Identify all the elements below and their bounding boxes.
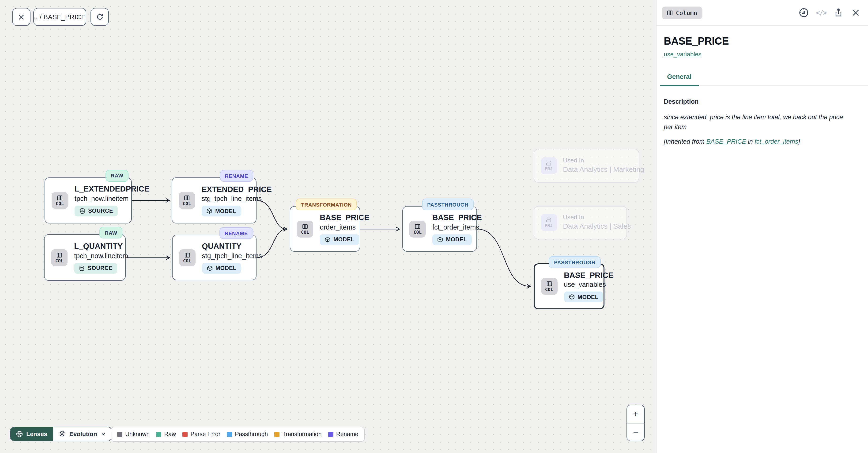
- used-in-node-sales[interactable]: PRJ Used In Data Analytics | Sales: [533, 206, 627, 239]
- lenses-button[interactable]: Lenses: [10, 427, 53, 441]
- legend-item: Unknown: [117, 431, 150, 437]
- close-icon: [851, 8, 860, 17]
- columns-icon: [184, 252, 190, 258]
- evolution-badge: PASSTHROUGH: [422, 199, 474, 210]
- lineage-node-base-price-use-variables-selected[interactable]: PASSTHROUGH COL BASE_PRICE use_variables…: [533, 263, 604, 309]
- used-in-label: Used In: [563, 214, 584, 222]
- zoom-controls: + −: [626, 405, 645, 441]
- project-icon: [546, 217, 552, 223]
- cube-icon: [324, 236, 331, 243]
- zoom-in-button[interactable]: +: [627, 405, 644, 423]
- database-icon: [79, 265, 85, 271]
- evolution-badge: TRANSFORMATION: [296, 199, 357, 210]
- lineage-node-extended-price[interactable]: RENAME COL EXTENDED_PRICE stg_tpch_line_…: [172, 177, 256, 223]
- legend-item: Rename: [328, 431, 359, 437]
- columns-icon: [546, 281, 552, 287]
- lineage-node-base-price-fct-order-items[interactable]: PASSTHROUGH COL BASE_PRICE fct_order_ite…: [402, 206, 477, 252]
- source-pill: SOURCE: [74, 263, 117, 274]
- legend-swatch: [274, 432, 279, 437]
- model-name: order_items: [320, 223, 356, 232]
- project-type-icon: PRJ: [540, 157, 557, 174]
- used-in-project: Data Analytics | Marketing: [563, 165, 644, 174]
- layers-icon: [59, 430, 66, 437]
- used-in-project: Data Analytics | Sales: [563, 222, 631, 231]
- description-text: since extended_price is the line item to…: [664, 113, 851, 132]
- database-icon: [79, 208, 85, 214]
- refresh-button[interactable]: [91, 8, 109, 26]
- project-type-icon: PRJ: [540, 214, 557, 231]
- close-panel-button[interactable]: [850, 7, 862, 18]
- columns-icon: [302, 223, 308, 230]
- legend-swatch: [156, 432, 161, 437]
- description-heading: Description: [664, 98, 861, 105]
- legend-item: Raw: [156, 431, 176, 437]
- lineage-node-l-extendedprice[interactable]: RAW COL L_EXTENDEDPRICE tpch_now.lineite…: [44, 177, 132, 223]
- legend-swatch: [182, 432, 188, 437]
- model-name: stg_tpch_line_items: [202, 252, 262, 260]
- column-name: BASE_PRICE: [320, 213, 369, 223]
- zoom-out-button[interactable]: −: [627, 423, 644, 441]
- used-in-label: Used In: [563, 157, 584, 165]
- model-name: fct_order_items: [432, 223, 479, 232]
- evolution-legend: Unknown Raw Parse Error Passthrough Tran…: [111, 427, 365, 442]
- used-in-node-marketing[interactable]: PRJ Used In Data Analytics | Marketing: [533, 148, 639, 182]
- source-pill: SOURCE: [74, 205, 118, 216]
- lineage-node-l-quantity[interactable]: RAW COL L_QUANTITY tpch_now.lineitem SOU…: [44, 234, 126, 281]
- close-icon: [18, 13, 25, 21]
- column-name: L_EXTENDEDPRICE: [74, 184, 149, 194]
- cube-icon: [437, 236, 443, 243]
- cube-icon: [206, 208, 212, 214]
- column-name: L_QUANTITY: [74, 242, 123, 251]
- column-type-icon: COL: [179, 192, 195, 209]
- model-pill: MODEL: [202, 263, 241, 274]
- model-pill: MODEL: [320, 234, 359, 245]
- view-code-button[interactable]: </>: [815, 7, 827, 18]
- lineage-node-quantity[interactable]: RENAME COL QUANTITY stg_tpch_line_items …: [172, 235, 256, 280]
- lineage-node-base-price-order-items[interactable]: TRANSFORMATION COL BASE_PRICE order_item…: [290, 206, 360, 252]
- project-icon: [546, 160, 552, 166]
- columns-icon: [414, 223, 421, 230]
- evolution-badge: RAW: [106, 170, 128, 181]
- inherited-model-link[interactable]: fct_order_items: [754, 138, 798, 145]
- model-link[interactable]: use_variables: [664, 51, 701, 58]
- legend-swatch: [117, 432, 122, 437]
- tab-general[interactable]: General: [660, 68, 699, 85]
- legend-swatch: [328, 432, 333, 437]
- explore-lineage-button[interactable]: [798, 7, 809, 18]
- refresh-icon: [96, 13, 103, 21]
- cube-icon: [568, 294, 575, 300]
- model-name: tpch_now.lineitem: [74, 194, 129, 203]
- code-icon: </>: [816, 9, 827, 17]
- close-lineage-button[interactable]: [12, 8, 30, 26]
- model-pill: MODEL: [202, 206, 241, 217]
- column-name: BASE_PRICE: [564, 271, 613, 280]
- inherited-column-link[interactable]: BASE_PRICE: [707, 138, 746, 145]
- model-pill: MODEL: [432, 234, 472, 245]
- columns-icon: [57, 195, 63, 201]
- breadcrumb-label: .. / BASE_PRICE: [34, 13, 86, 21]
- breadcrumb[interactable]: .. / BASE_PRICE: [33, 8, 86, 26]
- model-name: tpch_now.lineitem: [74, 252, 128, 260]
- column-title: BASE_PRICE: [664, 35, 861, 48]
- share-icon: [834, 8, 843, 17]
- model-pill: MODEL: [564, 291, 603, 302]
- column-type-icon: COL: [52, 192, 68, 209]
- column-name: EXTENDED_PRICE: [202, 185, 272, 194]
- entity-type-badge: Column: [662, 6, 702, 19]
- evolution-badge: PASSTHROUGH: [549, 256, 600, 268]
- model-name: stg_tpch_line_items: [202, 195, 262, 203]
- selected-lens-label: Evolution: [69, 430, 97, 437]
- column-type-icon: COL: [409, 220, 426, 237]
- aperture-icon: [16, 430, 23, 437]
- legend-item: Passthrough: [227, 431, 268, 437]
- evolution-badge: RAW: [100, 227, 122, 238]
- columns-icon: [56, 252, 62, 258]
- share-button[interactable]: [833, 7, 844, 18]
- legend-item: Transformation: [274, 431, 321, 437]
- lenses-control: Lenses Evolution: [10, 427, 112, 441]
- column-type-icon: COL: [297, 220, 313, 237]
- lens-select[interactable]: Evolution: [53, 427, 112, 441]
- column-name: BASE_PRICE: [432, 213, 482, 223]
- panel-header: Column </>: [656, 0, 868, 26]
- legend-swatch: [227, 432, 232, 437]
